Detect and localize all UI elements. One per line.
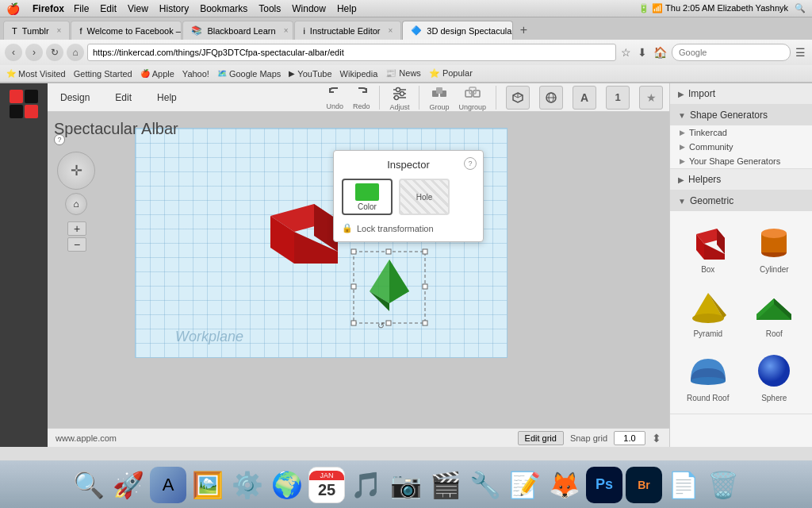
subsection-community[interactable]: ▶ Community bbox=[670, 140, 812, 154]
dock-calendar[interactable]: JAN 25 bbox=[308, 467, 345, 503]
search-bar[interactable] bbox=[672, 44, 791, 61]
group-action[interactable]: Group bbox=[429, 84, 449, 111]
menu-icon[interactable]: ☰ bbox=[794, 44, 807, 60]
dock-video[interactable]: 🎬 bbox=[427, 467, 464, 503]
shape-generators-header[interactable]: ▼ Shape Generators bbox=[670, 105, 812, 125]
undo-group[interactable]: Undo bbox=[326, 85, 343, 110]
shape-cylinder[interactable]: Cylinder bbox=[745, 219, 805, 277]
shape-sphere[interactable]: Sphere bbox=[745, 348, 805, 406]
snap-grid-input[interactable] bbox=[614, 431, 645, 445]
menu-tools[interactable]: Tools bbox=[259, 3, 281, 14]
tab-tumblr[interactable]: T Tumblr × bbox=[3, 21, 70, 40]
bookmarks-bar: ⭐ Most Visited Getting Started 🍎 Apple Y… bbox=[0, 65, 812, 83]
tinkercad-logo[interactable] bbox=[6, 87, 41, 121]
edit-grid-button[interactable]: Edit grid bbox=[518, 431, 564, 445]
hole-button[interactable]: Hole bbox=[399, 179, 450, 215]
pan-control[interactable]: ✛ bbox=[57, 152, 95, 190]
back-button[interactable]: ‹ bbox=[5, 44, 22, 61]
left-navigation bbox=[0, 83, 48, 447]
apple-menu[interactable]: 🍎 bbox=[6, 2, 20, 15]
bookmark-star-icon[interactable]: ☆ bbox=[619, 44, 633, 60]
geometric-header[interactable]: ▼ Geometric bbox=[670, 190, 812, 211]
reload-button[interactable]: ↻ bbox=[46, 44, 63, 61]
shape-round-roof[interactable]: Round Roof bbox=[678, 348, 738, 406]
bookmark-google-maps[interactable]: 🗺️ Google Maps bbox=[217, 69, 281, 79]
menu-edit[interactable]: Edit bbox=[100, 3, 117, 14]
menu-design[interactable]: Design bbox=[54, 89, 96, 106]
url-bar[interactable] bbox=[87, 44, 616, 61]
bookmark-news[interactable]: 📰 News bbox=[385, 68, 421, 79]
dock-safari[interactable]: 🌍 bbox=[269, 467, 305, 503]
tab-instructable[interactable]: i Instructable Editor × bbox=[294, 21, 401, 40]
dock-bridge[interactable]: Br bbox=[626, 467, 662, 503]
menu-help[interactable]: Help bbox=[337, 3, 357, 14]
menu-file[interactable]: File bbox=[74, 3, 89, 14]
tab-3ddesign[interactable]: 🔷 3D design Spectacular Alb... × bbox=[402, 21, 513, 40]
color-button[interactable]: Color bbox=[342, 179, 393, 215]
hole-label: Hole bbox=[416, 193, 433, 202]
svg-marker-32 bbox=[389, 260, 409, 303]
dock-gears[interactable]: 🔧 bbox=[467, 467, 504, 503]
dock-photobooth[interactable]: 📷 bbox=[388, 467, 424, 503]
menu-window[interactable]: Window bbox=[292, 3, 326, 14]
shape-roof[interactable]: Roof bbox=[745, 283, 805, 341]
tab-facebook[interactable]: f Welcome to Facebook – L... × bbox=[71, 21, 182, 40]
helpers-header[interactable]: ▶ Helpers bbox=[670, 169, 812, 190]
home-button[interactable]: ⌂ bbox=[67, 44, 84, 61]
number-btn[interactable]: 1 bbox=[606, 86, 630, 110]
tab-blackboard-close[interactable]: × bbox=[284, 26, 289, 35]
redo-group[interactable]: Redo bbox=[353, 85, 370, 110]
bookmark-wikipedia[interactable]: Wikipedia bbox=[340, 69, 378, 79]
star-btn[interactable]: ★ bbox=[639, 86, 663, 110]
ungroup-action[interactable]: Ungroup bbox=[458, 84, 486, 111]
tab-instructable-close[interactable]: × bbox=[389, 26, 393, 35]
zoom-out-btn[interactable]: − bbox=[67, 237, 86, 252]
dock-photoshop[interactable]: Ps bbox=[586, 467, 622, 503]
inspector-help-btn[interactable]: ? bbox=[464, 157, 477, 170]
menu-view[interactable]: View bbox=[128, 3, 148, 14]
spotlight-icon[interactable]: 🔍 bbox=[795, 3, 806, 13]
dock-script[interactable]: 📝 bbox=[507, 467, 543, 503]
subsection-tinkercad[interactable]: ▶ Tinkercad bbox=[670, 125, 812, 140]
cube-view-btn[interactable] bbox=[506, 86, 530, 110]
shape-pyramid[interactable]: Pyramid bbox=[678, 283, 738, 341]
sphere-view-btn[interactable] bbox=[539, 86, 563, 110]
dock-apps[interactable]: A bbox=[150, 467, 186, 503]
bookmark-youtube[interactable]: ▶ YouTube bbox=[289, 69, 331, 79]
dock-photos[interactable]: 🖼️ bbox=[190, 467, 226, 503]
menu-help-app[interactable]: Help bbox=[151, 89, 183, 106]
download-icon[interactable]: ⬇ bbox=[636, 44, 649, 60]
text-btn[interactable]: A bbox=[573, 86, 596, 110]
dock-system-prefs[interactable]: ⚙️ bbox=[229, 467, 266, 503]
home-view-btn[interactable]: ⌂ bbox=[65, 193, 87, 215]
rotate-handle[interactable]: ↺ bbox=[377, 321, 385, 331]
home-icon2[interactable]: 🏠 bbox=[652, 44, 668, 60]
bookmark-most-visited[interactable]: ⭐ Most Visited bbox=[6, 69, 66, 79]
dock-launchpad[interactable]: 🚀 bbox=[110, 467, 147, 503]
bookmark-getting-started[interactable]: Getting Started bbox=[74, 69, 132, 79]
red-box-object[interactable] bbox=[259, 196, 338, 256]
import-header[interactable]: ▶ Import bbox=[670, 83, 812, 104]
snap-stepper[interactable]: ⬍ bbox=[652, 432, 661, 444]
bookmark-popular[interactable]: ⭐ Popular bbox=[429, 68, 473, 79]
dock-pages[interactable]: 📄 bbox=[665, 467, 702, 503]
dock-trash[interactable]: 🗑️ bbox=[705, 467, 741, 503]
shape-box[interactable]: Box bbox=[678, 219, 738, 277]
bookmark-apple[interactable]: 🍎 Apple bbox=[140, 69, 174, 79]
subsection-your-generators[interactable]: ▶ Your Shape Generators bbox=[670, 154, 812, 168]
zoom-in-btn[interactable]: + bbox=[67, 221, 86, 236]
lock-transformation[interactable]: 🔒 Lock transformation bbox=[342, 223, 475, 233]
new-tab-button[interactable]: + bbox=[514, 21, 533, 40]
dock-music[interactable]: 🎵 bbox=[348, 467, 385, 503]
menu-edit-app[interactable]: Edit bbox=[109, 89, 138, 106]
tab-tumblr-close[interactable]: × bbox=[57, 26, 62, 35]
tab-blackboard[interactable]: 📚 Blackboard Learn × bbox=[182, 21, 293, 40]
bookmark-yahoo[interactable]: Yahoo! bbox=[182, 69, 209, 79]
dock-firefox[interactable]: 🦊 bbox=[546, 467, 583, 503]
forward-button[interactable]: › bbox=[25, 44, 43, 61]
green-shape-object[interactable]: ↺ bbox=[350, 248, 421, 319]
menu-history[interactable]: History bbox=[159, 3, 189, 14]
adjust-group[interactable]: Adjust bbox=[389, 84, 409, 111]
menu-bookmarks[interactable]: Bookmarks bbox=[200, 3, 247, 14]
dock-finder[interactable]: 🔍 bbox=[71, 467, 107, 503]
